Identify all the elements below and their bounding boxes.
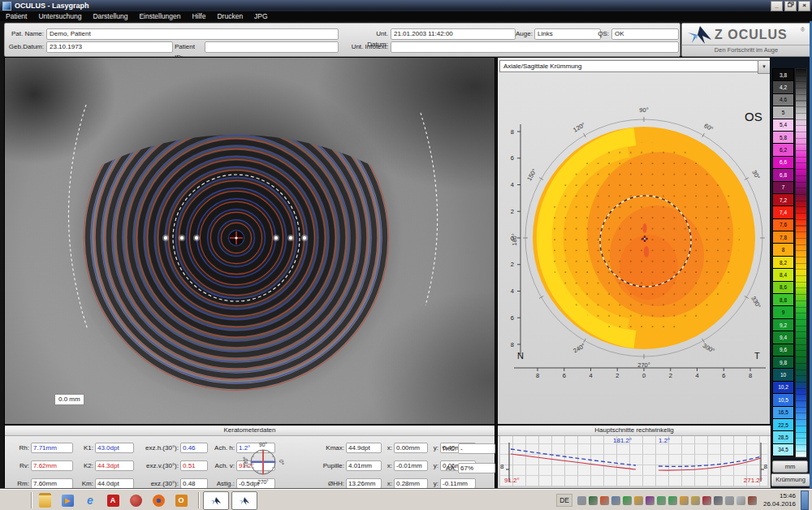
kerato-value[interactable]: 0.46 bbox=[180, 443, 208, 453]
firefox-icon[interactable] bbox=[151, 493, 166, 508]
meridian-angle-label-1: 181.2° bbox=[613, 437, 632, 444]
dropdown-arrow-icon[interactable]: ▼ bbox=[758, 60, 771, 74]
kerato-value[interactable]: 4.01mm bbox=[346, 460, 382, 471]
scale-entry: 10,2 bbox=[772, 382, 794, 394]
menu-item-darstellung[interactable]: Darstellung bbox=[87, 12, 133, 20]
logo-registered-mark: ® bbox=[801, 27, 805, 32]
kerato-value[interactable]: 0.00mm bbox=[394, 443, 428, 453]
sync-icon[interactable] bbox=[668, 496, 677, 505]
patient-id-field[interactable] bbox=[205, 41, 339, 53]
kruemmung-mode-button[interactable]: Krümmung bbox=[771, 473, 810, 486]
svg-text:6: 6 bbox=[511, 314, 514, 322]
geb-datum-label: Geb.Datum: bbox=[6, 41, 44, 52]
kerato-value[interactable]: 0.51 bbox=[180, 460, 208, 471]
media-tray-icon[interactable] bbox=[600, 496, 609, 505]
kerato-label: x: bbox=[384, 480, 392, 487]
map-type-dropdown[interactable]: Axiale/Sagittale Krümmung bbox=[499, 60, 766, 72]
menu-item-drucken[interactable]: Drucken bbox=[211, 12, 248, 20]
kerato-label: K2: bbox=[76, 462, 93, 469]
pen-input-icon[interactable] bbox=[714, 496, 723, 505]
update-icon[interactable] bbox=[623, 496, 632, 505]
kerato-value[interactable]: 7.62mm bbox=[31, 460, 73, 471]
svg-text:270°: 270° bbox=[257, 479, 269, 485]
y-axis-label-right: 8 bbox=[764, 463, 767, 470]
show-desktop-button[interactable] bbox=[801, 491, 809, 510]
scale-entry: 9,4 bbox=[772, 331, 794, 344]
kerato-value[interactable]: 0.48 bbox=[180, 478, 208, 489]
file-explorer-icon[interactable] bbox=[37, 493, 52, 508]
onenote-icon[interactable] bbox=[646, 496, 654, 505]
kerato-value[interactable]: 7.71mm bbox=[31, 443, 73, 453]
clipboard-icon[interactable] bbox=[736, 496, 745, 505]
minimize-button[interactable]: _ bbox=[771, 1, 783, 11]
antivirus-icon[interactable] bbox=[702, 496, 711, 505]
network-icon[interactable] bbox=[657, 496, 666, 505]
devices-icon[interactable] bbox=[725, 496, 734, 505]
menu-item-untersuchung[interactable]: Untersuchung bbox=[32, 12, 87, 20]
kerato-value[interactable]: 0.28mm bbox=[394, 478, 428, 489]
outlook-tray-icon[interactable] bbox=[680, 496, 689, 505]
restore-button[interactable] bbox=[784, 1, 797, 11]
kerato-label: x: bbox=[384, 444, 392, 452]
meridian-angle-label-left: 91.2° bbox=[504, 477, 520, 484]
scale-entry: 8 bbox=[772, 244, 794, 256]
tkc-value[interactable]: - bbox=[458, 443, 495, 454]
oculus-window-button-2[interactable] bbox=[231, 491, 257, 510]
kerato-value[interactable]: 13.26mm bbox=[346, 478, 382, 489]
auge-field[interactable]: Links bbox=[534, 28, 601, 40]
scale-entry: 9,2 bbox=[772, 319, 794, 331]
clock[interactable]: 15:46 26.04.2016 bbox=[763, 492, 796, 508]
menu-item-hilfe[interactable]: Hilfe bbox=[186, 12, 211, 20]
power-icon[interactable] bbox=[748, 496, 757, 505]
pat-name-field[interactable]: Demo, Patient bbox=[46, 28, 339, 40]
qs-field[interactable]: OK bbox=[611, 28, 679, 40]
unt-datum-field[interactable]: 21.01.2003 11:42:00 bbox=[391, 28, 516, 40]
internet-explorer-icon[interactable]: e bbox=[83, 493, 97, 508]
clock-date: 26.04.2016 bbox=[763, 500, 796, 508]
kerato-value[interactable]: 43.0dpt bbox=[95, 443, 134, 453]
kerato-value[interactable]: 44.9dpt bbox=[346, 443, 382, 453]
kerato-value[interactable]: -0.01mm bbox=[394, 460, 428, 471]
oculus-window-button-1[interactable] bbox=[203, 491, 229, 510]
outlook-icon[interactable]: O bbox=[174, 493, 188, 508]
scale-entry: 7,8 bbox=[772, 231, 794, 244]
menu-item-einstellungen[interactable]: Einstellungen bbox=[133, 12, 186, 20]
svg-text:90°: 90° bbox=[639, 106, 648, 114]
unt-infotext-field[interactable] bbox=[391, 41, 679, 53]
unt-infotext-label: Unt. Infotext: bbox=[351, 41, 388, 52]
kerato-label: Kmax: bbox=[315, 444, 344, 452]
kerato-value[interactable]: 44.0dpt bbox=[95, 478, 134, 489]
haupt-panel-title: Hauptschnitte rechtwinkelig bbox=[498, 426, 771, 436]
status-green-icon[interactable] bbox=[589, 496, 598, 505]
svg-text:150°: 150° bbox=[525, 167, 538, 182]
menu-bar: PatientUntersuchungDarstellungEinstellun… bbox=[0, 11, 812, 21]
geb-datum-field[interactable]: 23.10.1973 bbox=[46, 41, 173, 53]
placido-rings-overlay bbox=[5, 58, 495, 424]
security-badge-icon[interactable] bbox=[691, 496, 700, 505]
kerato-value[interactable]: 44.3dpt bbox=[95, 460, 134, 471]
aa-value[interactable]: 67% bbox=[458, 463, 495, 473]
display-icon[interactable] bbox=[611, 496, 620, 505]
language-indicator[interactable]: DE bbox=[556, 494, 572, 507]
globe-icon[interactable] bbox=[128, 493, 143, 508]
axis-compass-icon: 90° 270° 180° 0° bbox=[240, 437, 286, 487]
unit-mm-button[interactable]: mm bbox=[772, 460, 808, 473]
pointer-device-icon[interactable] bbox=[577, 496, 586, 505]
steep-meridian-curve bbox=[511, 454, 636, 469]
scale-entry: 7,2 bbox=[772, 194, 794, 206]
svg-text:90°: 90° bbox=[259, 442, 267, 447]
kerato-label: Ach. h: bbox=[210, 444, 235, 452]
pat-name-label: Pat. Name: bbox=[6, 28, 44, 39]
scale-entry: 16,5 bbox=[772, 407, 794, 419]
acrobat-icon[interactable]: A bbox=[106, 493, 120, 508]
svg-text:30°: 30° bbox=[750, 169, 761, 180]
close-button[interactable]: × bbox=[798, 1, 810, 11]
limbus-arc-left bbox=[68, 105, 88, 330]
svg-text:6: 6 bbox=[563, 372, 566, 379]
menu-item-jpg[interactable]: JPG bbox=[248, 12, 274, 20]
svg-text:270°: 270° bbox=[637, 361, 650, 369]
kerato-value[interactable]: 7.60mm bbox=[31, 478, 73, 489]
menu-item-patient[interactable]: Patient bbox=[0, 12, 32, 20]
media-player-icon[interactable]: ▶ bbox=[60, 493, 75, 508]
warning-icon[interactable] bbox=[634, 496, 643, 505]
